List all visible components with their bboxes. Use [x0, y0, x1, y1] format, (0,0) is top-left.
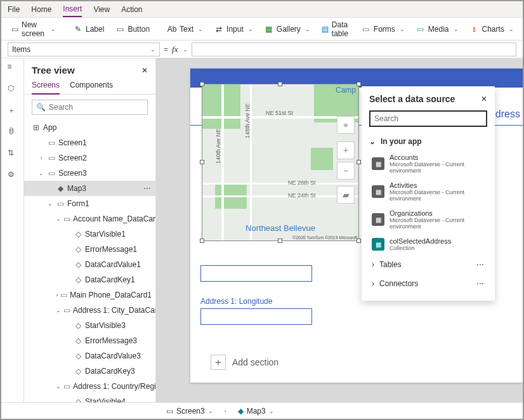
insert-icon[interactable]: ＋	[8, 105, 18, 115]
field-input[interactable]	[200, 308, 312, 325]
map-control[interactable]: NE 51st St 140th Ave NE 148th Ave NE NE …	[202, 84, 359, 241]
tree-node[interactable]: ◆Map3⋯	[24, 181, 155, 196]
data-table-button[interactable]: ▤ Data table	[318, 18, 354, 41]
tab-screens[interactable]: Screens	[32, 81, 60, 95]
tree-node[interactable]: ◇DataCardValue1	[24, 257, 155, 272]
forms-button[interactable]: ▭ Forms⌄	[358, 22, 409, 36]
tree-view-icon[interactable]: ≡	[8, 62, 18, 72]
more-icon[interactable]: ⋯	[476, 260, 485, 269]
tree-node[interactable]: ◇ErrorMessage1	[24, 242, 155, 257]
map-locate[interactable]: ⌖	[337, 116, 355, 134]
ds-tables[interactable]: ›Tables ⋯	[369, 255, 487, 274]
card-icon: ▭	[63, 214, 70, 223]
tab-components[interactable]: Components	[70, 81, 113, 94]
chevron-down-icon: ⌄	[369, 137, 376, 146]
twisty-icon[interactable]: ›	[56, 292, 58, 298]
twisty-icon[interactable]: ⌄	[38, 170, 44, 176]
media-button[interactable]: ▭ Media⌄	[412, 22, 462, 36]
tree-node[interactable]: ›▭Screen2	[24, 150, 155, 166]
twisty-icon[interactable]: ⌄	[56, 383, 61, 390]
map-zoom-in[interactable]: ＋	[337, 141, 355, 159]
icons-button[interactable]: ✦ Icons	[521, 22, 524, 36]
canvas[interactable]: ...dress Address 1: Longitude ＋ Add sect…	[156, 58, 523, 402]
new-screen-button[interactable]: ▭ New screen⌄	[8, 18, 60, 41]
menu-insert[interactable]: Insert	[63, 4, 82, 17]
ds-item[interactable]: ▦ActivitiesMicrosoft Dataverse - Current…	[369, 178, 487, 206]
tree-node[interactable]: ⌄▭Account Name_DataCard1	[24, 211, 155, 226]
tree-node[interactable]: ⌄▭Form1	[24, 196, 155, 211]
more-icon[interactable]: ⋯	[143, 184, 152, 193]
settings-icon[interactable]: ⚙	[8, 170, 18, 180]
map-zoom-out[interactable]: −	[337, 162, 355, 180]
twisty-icon[interactable]: ›	[38, 155, 44, 161]
ds-item[interactable]: ▦colSelectedAddressCollection	[369, 233, 487, 255]
ds-item[interactable]: ▦OrganizationsMicrosoft Dataverse - Curr…	[369, 206, 487, 233]
tree-node[interactable]: ◇ErrorMessage3	[24, 333, 155, 348]
charts-icon: ⫾	[470, 25, 479, 34]
tree-node-label: Map3	[67, 184, 86, 193]
tree-app[interactable]: ⊞ App	[24, 120, 155, 135]
tree-node[interactable]: ◇DataCardKey1	[24, 272, 155, 287]
app-icon: ⊞	[32, 123, 41, 132]
twisty-icon[interactable]: ⌄	[56, 216, 61, 222]
tree-node-label: StarVisible1	[85, 230, 126, 239]
tree-node[interactable]: ◇StarVisible3	[24, 318, 155, 333]
crumb-map[interactable]: ◆ Map3 ⌄	[238, 407, 274, 416]
db-icon[interactable]: 🛢	[8, 127, 18, 137]
add-section[interactable]: ＋ Add section	[211, 355, 278, 370]
screen-icon: ▭	[47, 138, 56, 147]
property-selector[interactable]: Items⌄	[8, 43, 160, 56]
forms-icon: ▭	[362, 25, 370, 34]
tree-node[interactable]: ⌄▭Address 1: Country/Region_DataCard	[24, 379, 155, 394]
menu-action[interactable]: Action	[121, 5, 142, 14]
map-layers[interactable]: ▰	[337, 186, 355, 204]
menu-file[interactable]: File	[8, 5, 20, 14]
menu-view[interactable]: View	[93, 5, 110, 14]
gallery-button[interactable]: ▦ Gallery⌄	[261, 22, 314, 36]
formula-input[interactable]	[192, 43, 516, 56]
chevron-right-icon: ›	[372, 260, 374, 269]
ctrl-icon: ◇	[74, 230, 82, 239]
input-button[interactable]: ⇄ Input⌄	[211, 22, 257, 36]
more-icon[interactable]: ⋯	[476, 279, 485, 288]
ctrl-icon: ◇	[74, 336, 82, 345]
tree-node[interactable]: ⌄▭Screen3	[24, 166, 155, 181]
charts-button[interactable]: ⫾ Charts⌄	[466, 22, 518, 36]
button-button[interactable]: ▭ Button	[112, 22, 154, 36]
media-icon: ▭	[416, 25, 425, 34]
close-tree-icon[interactable]: ✕	[141, 66, 148, 75]
tree-node[interactable]: ◇StarVisible1	[24, 226, 155, 242]
menu-home[interactable]: Home	[31, 5, 51, 14]
tree-node[interactable]: ◇DataCardKey3	[24, 364, 155, 379]
tree-node[interactable]: ◇StarVisible4	[24, 394, 155, 402]
text-button[interactable]: Ab Text⌄	[164, 22, 207, 36]
close-icon[interactable]: ✕	[481, 95, 487, 103]
ctrl-icon: ◇	[74, 260, 82, 269]
ds-item-sub: Microsoft Dataverse - Current environmen…	[390, 189, 485, 202]
tree-node[interactable]: ◇DataCardValue3	[24, 348, 155, 364]
media-rail-icon[interactable]: ⇅	[8, 148, 18, 159]
form-icon: ▭	[56, 199, 65, 208]
input-icon: ⇄	[214, 25, 223, 34]
ds-item[interactable]: ▦AccountsMicrosoft Dataverse - Current e…	[369, 150, 487, 178]
ds-connectors[interactable]: ›Connectors ⋯	[369, 274, 487, 293]
crumb-screen[interactable]: ▭ Screen3 ⌄	[166, 407, 213, 416]
chevron-right-icon: ›	[372, 279, 374, 288]
field-input[interactable]	[200, 265, 312, 282]
ds-search[interactable]	[369, 110, 487, 127]
tree-node-label: ErrorMessage3	[85, 336, 137, 345]
ds-search-input[interactable]	[374, 114, 482, 123]
tree-node[interactable]: ▭Screen1	[24, 135, 155, 150]
tree-search[interactable]: 🔍	[32, 100, 148, 115]
tree-node[interactable]: ⌄▭Address 1: City_DataCard1	[24, 303, 155, 318]
ds-section-in-app[interactable]: ⌄ In your app	[369, 133, 487, 150]
tree-search-input[interactable]	[49, 103, 144, 112]
twisty-icon[interactable]: ⌄	[56, 307, 61, 313]
left-rail: ≡ ⬡ ＋ 🛢 ⇅ ⚙	[1, 58, 24, 402]
data-icon[interactable]: ⬡	[8, 84, 18, 94]
tree-node[interactable]: ›▭Main Phone_DataCard1	[24, 287, 155, 303]
data-source-icon: ▦	[372, 238, 384, 251]
formula-bar: Items⌄ = fx⌄	[1, 41, 523, 58]
twisty-icon[interactable]: ⌄	[47, 200, 53, 207]
label-button[interactable]: ✎ Label	[70, 22, 108, 36]
